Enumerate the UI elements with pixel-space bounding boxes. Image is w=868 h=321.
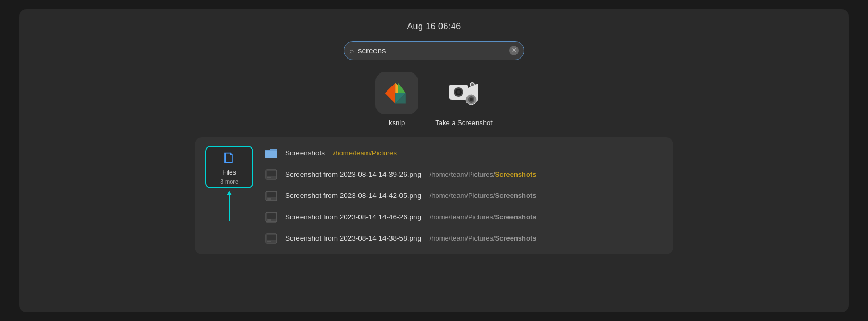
files-card-label: Files <box>222 169 236 176</box>
ksnip-label: ksnip <box>389 119 405 127</box>
search-bar[interactable]: ⌕ ✕ <box>344 41 524 60</box>
file-name: Screenshots <box>285 149 327 157</box>
svg-rect-21 <box>267 198 271 200</box>
files-card-sublabel: 3 more <box>220 178 238 185</box>
datetime-display: Aug 16 06:46 <box>407 22 461 31</box>
desktop-overlay: Aug 16 06:46 ⌕ ✕ <box>19 9 849 312</box>
files-list: Screenshots /home/team/Pictures Screensh… <box>264 146 663 246</box>
files-section: 🗋 Files 3 more Screenshots /home/team/Pi… <box>195 137 673 254</box>
list-item[interactable]: Screenshot from 2023-08-14 14-46-26.png … <box>264 210 663 225</box>
search-icon: ⌕ <box>349 46 354 55</box>
svg-rect-17 <box>267 171 276 176</box>
file-path: /home/team/Pictures/Screenshots <box>430 213 537 221</box>
svg-rect-18 <box>267 177 271 178</box>
svg-point-9 <box>457 90 460 94</box>
svg-rect-15 <box>265 151 277 158</box>
search-clear-button[interactable]: ✕ <box>509 46 519 55</box>
file-name: Screenshot from 2023-08-14 14-42-05.png <box>285 192 423 200</box>
screenshot-icon-wrapper <box>443 72 485 114</box>
arrow-up-indicator <box>229 195 230 221</box>
folder-svg-icon <box>264 147 278 159</box>
png-icon-svg <box>265 169 277 180</box>
list-item[interactable]: Screenshot from 2023-08-14 14-39-26.png … <box>264 167 663 182</box>
file-name: Screenshot from 2023-08-14 14-46-26.png <box>285 213 423 221</box>
files-card-icon: 🗋 <box>222 149 237 167</box>
svg-point-11 <box>471 83 474 86</box>
png-icon-svg <box>265 212 277 223</box>
files-sidebar: 🗋 Files 3 more <box>205 146 253 246</box>
ksnip-icon-wrapper <box>375 72 418 114</box>
ksnip-icon <box>382 78 412 108</box>
png-file-icon <box>264 167 279 182</box>
search-input[interactable] <box>358 46 509 55</box>
svg-marker-0 <box>385 83 396 103</box>
file-path: /home/team/Pictures/Screenshots <box>430 234 537 242</box>
svg-rect-20 <box>267 192 276 197</box>
png-icon-svg <box>265 191 277 201</box>
svg-rect-23 <box>267 213 276 219</box>
list-item[interactable]: Screenshots /home/team/Pictures <box>264 146 663 161</box>
png-file-icon <box>264 210 279 225</box>
screenshot-label: Take a Screenshot <box>435 119 493 127</box>
list-item[interactable]: Screenshot from 2023-08-14 14-42-05.png … <box>264 188 663 203</box>
apps-row: ksnip <box>375 72 493 127</box>
file-name: Screenshot from 2023-08-14 14-39-26.png <box>285 170 423 178</box>
svg-point-14 <box>470 98 473 101</box>
list-item[interactable]: Screenshot from 2023-08-14 14-38-58.png … <box>264 231 663 246</box>
svg-rect-27 <box>267 241 271 242</box>
png-file-icon <box>264 188 279 203</box>
svg-marker-3 <box>398 83 406 93</box>
folder-icon <box>264 146 279 161</box>
png-file-icon <box>264 231 279 246</box>
app-item-ksnip[interactable]: ksnip <box>375 72 418 127</box>
take-screenshot-icon <box>447 76 481 110</box>
svg-rect-26 <box>267 235 276 240</box>
svg-rect-24 <box>267 219 271 221</box>
file-path: /home/team/Pictures <box>333 149 397 157</box>
png-icon-svg <box>265 233 277 244</box>
file-name: Screenshot from 2023-08-14 14-38-58.png <box>285 234 423 242</box>
app-item-screenshot[interactable]: Take a Screenshot <box>435 72 493 127</box>
file-path: /home/team/Pictures/Screenshots <box>430 192 537 200</box>
files-card[interactable]: 🗋 Files 3 more <box>205 146 253 188</box>
file-path: /home/team/Pictures/Screenshots <box>430 170 537 178</box>
